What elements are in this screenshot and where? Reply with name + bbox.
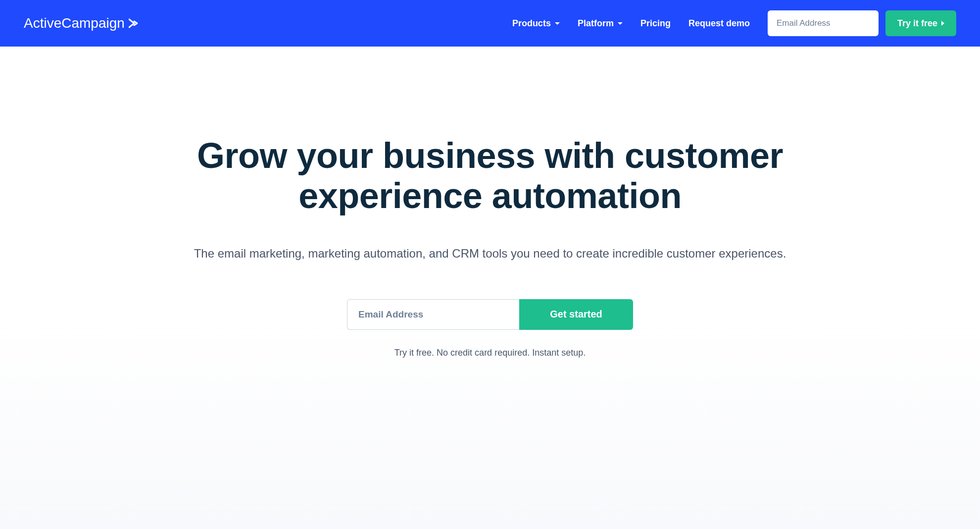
nav-platform[interactable]: Platform — [578, 18, 623, 29]
chevron-right-icon — [941, 21, 944, 26]
signup-disclaimer: Try it free. No credit card required. In… — [193, 348, 787, 358]
main-header: ActiveCampaign Products Platform Pricing… — [0, 0, 980, 47]
get-started-button[interactable]: Get started — [519, 299, 633, 330]
nav-pricing[interactable]: Pricing — [640, 18, 671, 29]
signup-email-input[interactable] — [347, 299, 519, 330]
hero-title: Grow your business with customer experie… — [193, 136, 787, 215]
try-free-label: Try it free — [897, 18, 937, 29]
header-cta-group: Try it free — [768, 10, 956, 36]
nav-pricing-label: Pricing — [640, 18, 671, 29]
chevron-down-icon — [618, 22, 623, 25]
logo-text: ActiveCampaign — [24, 15, 125, 31]
nav-products[interactable]: Products — [512, 18, 560, 29]
chevron-down-icon — [555, 22, 560, 25]
logo[interactable]: ActiveCampaign — [24, 15, 141, 31]
nav-products-label: Products — [512, 18, 551, 29]
nav-request-demo-label: Request demo — [688, 18, 750, 29]
nav-platform-label: Platform — [578, 18, 614, 29]
signup-form: Get started — [193, 299, 787, 330]
nav-request-demo[interactable]: Request demo — [688, 18, 750, 29]
hero-subtitle: The email marketing, marketing automatio… — [193, 244, 787, 263]
logo-chevron-icon — [129, 18, 141, 29]
main-nav: Products Platform Pricing Request demo T… — [512, 10, 956, 36]
try-free-button[interactable]: Try it free — [885, 10, 956, 36]
hero-section: Grow your business with customer experie… — [193, 47, 787, 358]
header-email-input[interactable] — [768, 10, 879, 36]
